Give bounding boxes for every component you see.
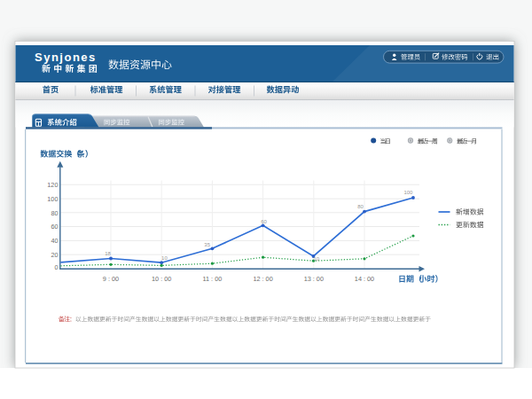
svg-text:60: 60 (261, 219, 267, 224)
svg-text:12 : 00: 12 : 00 (253, 275, 272, 283)
svg-text:80: 80 (357, 204, 364, 209)
svg-text:Synjones: Synjones (35, 51, 97, 64)
svg-text:9 : 00: 9 : 00 (103, 275, 119, 283)
svg-text:14 : 00: 14 : 00 (355, 275, 374, 283)
svg-text:0: 0 (54, 263, 58, 271)
svg-text:80: 80 (51, 209, 58, 217)
svg-text:10 : 00: 10 : 00 (152, 275, 171, 283)
svg-text:40: 40 (51, 237, 58, 245)
svg-text:10: 10 (161, 255, 168, 261)
svg-text:120: 120 (47, 181, 58, 189)
svg-text:11 : 00: 11 : 00 (203, 275, 223, 283)
svg-text:13 : 00: 13 : 00 (304, 275, 324, 283)
svg-text:10: 10 (313, 256, 319, 262)
svg-text:100: 100 (47, 195, 58, 203)
svg-text:35: 35 (204, 242, 210, 247)
svg-text:60: 60 (51, 223, 58, 231)
svg-text:100: 100 (403, 190, 413, 195)
svg-text:20: 20 (51, 251, 58, 259)
svg-text:18: 18 (105, 251, 111, 256)
